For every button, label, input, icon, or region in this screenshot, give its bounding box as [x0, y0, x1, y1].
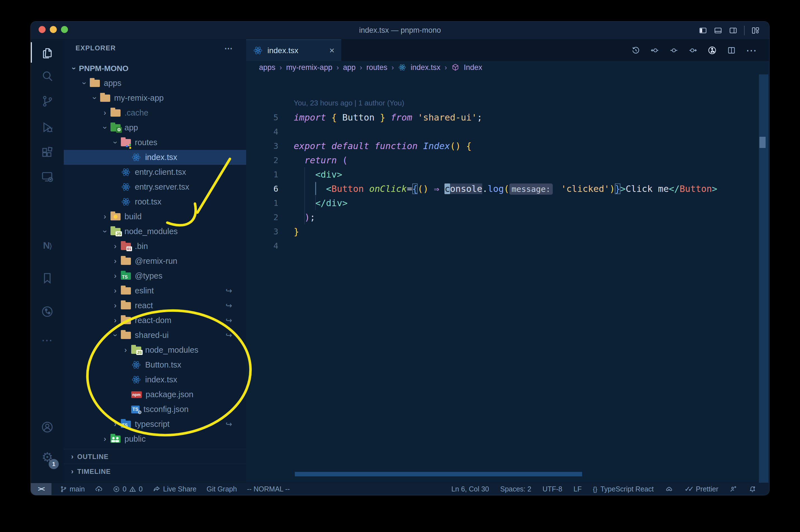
tree-item--bin[interactable]: ›01.bin — [64, 239, 246, 254]
tab-index-tsx[interactable]: index.tsx × — [246, 39, 341, 61]
vertical-scrollbar[interactable] — [759, 74, 768, 483]
indentation-setting[interactable]: Spaces: 2 — [500, 485, 531, 493]
encoding-setting[interactable]: UTF-8 — [542, 485, 562, 493]
tree-item-button-tsx[interactable]: ›Button.tsx — [64, 358, 246, 372]
status-right: Ln 6, Col 30 Spaces: 2 UTF-8 LF {} TypeS… — [451, 485, 769, 493]
search-icon[interactable] — [31, 69, 64, 83]
chevron-right-icon: › — [392, 63, 394, 72]
language-mode[interactable]: {} TypeScript React — [593, 485, 653, 493]
extensions-icon[interactable] — [31, 146, 64, 159]
code-line[interactable]: 2 return ( — [246, 153, 769, 167]
formatter-indicator[interactable]: ✓✓ Prettier — [684, 485, 718, 493]
problems-indicator[interactable]: 0 0 — [113, 485, 142, 493]
more-actions-icon[interactable]: ⋯ — [746, 44, 758, 57]
divider — [744, 26, 745, 35]
source-control-icon[interactable] — [31, 95, 64, 108]
explorer-more-actions-icon[interactable]: ⋯ — [224, 43, 233, 53]
chevron-right-icon: › — [445, 63, 447, 72]
customize-layout-icon[interactable] — [751, 26, 760, 35]
tree-item-app[interactable]: ›⚙app — [64, 120, 246, 135]
tree-item-tsconfig-json[interactable]: ›TS⚙tsconfig.json — [64, 402, 246, 417]
code-area[interactable]: You, 23 hours ago | 1 author (You)5impor… — [246, 96, 769, 253]
code-line[interactable]: 3} — [246, 224, 769, 239]
tree-item-public[interactable]: ›public — [64, 432, 246, 446]
breadcrumb-routes[interactable]: routes — [366, 63, 387, 72]
title-bar: index.tsx — pnpm-mono — [31, 21, 769, 39]
code-line[interactable]: 6 <Button onClick={() ⇒ console.log(mess… — [246, 182, 769, 196]
cloud-upload-icon — [95, 485, 103, 493]
tree-item-label: @types — [135, 271, 163, 281]
toggle-secondary-sidebar-icon[interactable] — [729, 26, 737, 35]
toggle-sidebar-icon[interactable] — [699, 26, 707, 35]
vim-mode-indicator[interactable]: -- NORMAL -- — [247, 485, 290, 493]
publish-changes-button[interactable] — [95, 485, 103, 493]
workspace-root-row[interactable]: › PNPM-MONO — [64, 61, 246, 76]
run-debug-icon[interactable] — [31, 120, 64, 134]
split-editor-icon[interactable] — [727, 46, 736, 55]
code-line[interactable]: 1 <div> — [246, 167, 769, 182]
remote-explorer-icon[interactable] — [31, 170, 64, 184]
breadcrumb-apps[interactable]: apps — [259, 63, 275, 72]
outline-section-header[interactable]: › OUTLINE — [64, 449, 246, 464]
code-line[interactable]: 2 ); — [246, 210, 769, 224]
timeline-section-header[interactable]: › TIMELINE — [64, 464, 246, 479]
tree-item-build[interactable]: ›build — [64, 209, 246, 224]
live-share-button[interactable]: Live Share — [153, 485, 197, 493]
tree-item--types[interactable]: ›TS@types — [64, 268, 246, 283]
navigate-forward-icon[interactable] — [688, 46, 697, 55]
settings-gear-icon[interactable]: ⚙ — [31, 451, 64, 463]
notifications-button[interactable] — [748, 485, 756, 493]
symlink-arrow-icon: ↪ — [226, 286, 232, 296]
current-location-icon[interactable] — [669, 46, 678, 55]
toggle-panel-icon[interactable] — [714, 26, 722, 35]
tree-item-index-tsx[interactable]: ›index.tsx — [64, 150, 246, 165]
code-line[interactable]: 5import { Button } from 'shared-ui'; — [246, 110, 769, 125]
cursor-position[interactable]: Ln 6, Col 30 — [451, 485, 489, 493]
commit-graph-icon[interactable] — [707, 45, 717, 55]
code-line[interactable]: 4 — [246, 125, 769, 139]
tree-item-root-tsx[interactable]: ›root.tsx — [64, 194, 246, 209]
code-line[interactable]: 3export default function Index() { — [246, 139, 769, 153]
git-graph-button[interactable]: Git Graph — [207, 485, 237, 493]
branch-indicator[interactable]: main — [60, 485, 85, 493]
remote-indicator[interactable]: >< — [31, 483, 52, 495]
tree-item-package-json[interactable]: ›npmpackage.json — [64, 387, 246, 402]
close-tab-icon[interactable]: × — [329, 45, 335, 56]
tree-item-my-remix-app[interactable]: ›my-remix-app — [64, 91, 246, 106]
tree-item-index-tsx[interactable]: ›index.tsx — [64, 372, 246, 387]
nx-console-icon[interactable]: N⟩ — [31, 240, 64, 251]
tree-item-entry-server-tsx[interactable]: ›entry.server.tsx — [64, 179, 246, 194]
timeline-history-icon[interactable] — [631, 46, 640, 55]
horizontal-scrollbar[interactable] — [295, 472, 582, 476]
tree-item-node-modules[interactable]: ›JSnode_modules — [64, 343, 246, 358]
bookmarks-icon[interactable] — [31, 271, 64, 285]
breadcrumb-my-remix-app[interactable]: my-remix-app — [286, 63, 332, 72]
tree-item-entry-client-tsx[interactable]: ›entry.client.tsx — [64, 165, 246, 179]
tree-item-node-modules[interactable]: ›JSnode_modules — [64, 224, 246, 239]
tree-item-eslint[interactable]: ›eslint↪ — [64, 283, 246, 298]
git-graph-view-icon[interactable] — [31, 305, 64, 318]
tree-item--cache[interactable]: ›.cache — [64, 106, 246, 120]
tree-item-apps[interactable]: ›apps — [64, 76, 246, 91]
tree-item-label: tsconfig.json — [144, 405, 189, 414]
tree-item-react-dom[interactable]: ›react-dom↪ — [64, 313, 246, 328]
navigate-back-icon[interactable] — [650, 46, 659, 55]
breadcrumb-index-tsx[interactable]: index.tsx — [411, 63, 441, 72]
chevron-right-icon: › — [337, 63, 339, 72]
code-line[interactable]: 4 — [246, 239, 769, 253]
tree-item--remix-run[interactable]: ›@remix-run — [64, 254, 246, 268]
eol-setting[interactable]: LF — [573, 485, 582, 493]
tree-item-shared-ui[interactable]: ›shared-ui↪ — [64, 328, 246, 343]
more-views-icon[interactable]: ⋯ — [31, 334, 64, 346]
feedback-button[interactable] — [729, 485, 737, 493]
breadcrumb-symbol-index[interactable]: Index — [464, 63, 482, 72]
tree-item-react[interactable]: ›react↪ — [64, 298, 246, 313]
account-icon[interactable] — [31, 420, 64, 434]
tree-item-routes[interactable]: ›routes — [64, 135, 246, 150]
copilot-button[interactable] — [665, 485, 673, 493]
breadcrumb-app[interactable]: app — [343, 63, 356, 72]
code-line[interactable]: 1 </div> — [246, 196, 769, 210]
tree-item-typescript[interactable]: ›TStypescript↪ — [64, 417, 246, 432]
git-blame-annotation[interactable]: You, 23 hours ago | 1 author (You) — [246, 96, 769, 110]
explorer-icon[interactable] — [31, 46, 64, 60]
